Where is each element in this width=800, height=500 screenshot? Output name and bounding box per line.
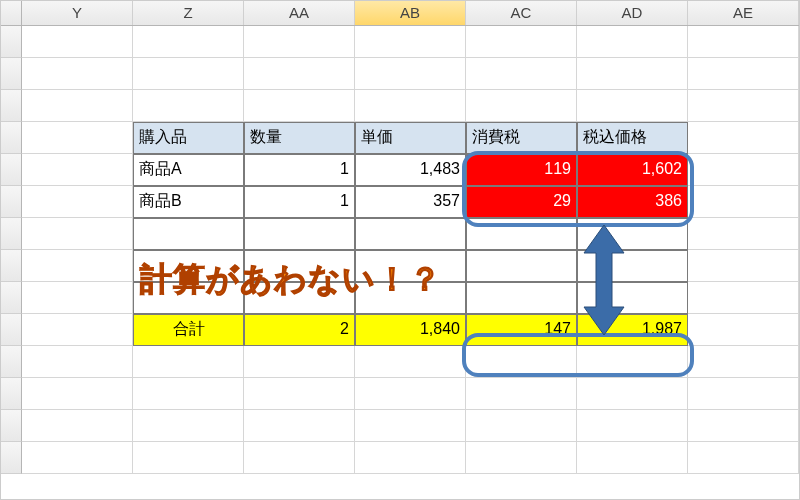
cell-total-label[interactable]: 合計 [133, 314, 244, 346]
col-header-Y[interactable]: Y [22, 0, 133, 25]
spreadsheet-grid[interactable]: 購入品 数量 単価 消費税 税込価格 商品A 1 1,483 119 1,602… [0, 26, 800, 474]
th-unit[interactable]: 単価 [355, 122, 466, 154]
col-header-AA[interactable]: AA [244, 0, 355, 25]
cell-total-qty[interactable]: 2 [244, 314, 355, 346]
th-tax[interactable]: 消費税 [466, 122, 577, 154]
cell-unit[interactable]: 357 [355, 186, 466, 218]
cell-qty[interactable]: 1 [244, 186, 355, 218]
table-row: 商品A 1 1,483 119 1,602 [0, 154, 800, 186]
col-header-Z[interactable]: Z [133, 0, 244, 25]
cell-unit[interactable]: 1,483 [355, 154, 466, 186]
cell-item[interactable]: 商品B [133, 186, 244, 218]
callout-text: 計算があわない！？ [140, 258, 442, 302]
cell-total[interactable]: 1,602 [577, 154, 688, 186]
col-header-AD[interactable]: AD [577, 0, 688, 25]
double-arrow-icon [580, 225, 628, 335]
th-item[interactable]: 購入品 [133, 122, 244, 154]
cell-total[interactable]: 386 [577, 186, 688, 218]
column-header-row: Y Z AA AB AC AD AE [0, 0, 800, 26]
th-total[interactable]: 税込価格 [577, 122, 688, 154]
table-total-row: 合計 2 1,840 147 1,987 [0, 314, 800, 346]
cell-item[interactable]: 商品A [133, 154, 244, 186]
th-qty[interactable]: 数量 [244, 122, 355, 154]
cell-tax[interactable]: 119 [466, 154, 577, 186]
col-header-AE[interactable]: AE [688, 0, 799, 25]
table-header-row: 購入品 数量 単価 消費税 税込価格 [0, 122, 800, 154]
cell-total-tax[interactable]: 147 [466, 314, 577, 346]
cell-tax[interactable]: 29 [466, 186, 577, 218]
col-header-AB[interactable]: AB [355, 0, 466, 25]
svg-marker-0 [584, 225, 624, 335]
table-row: 商品B 1 357 29 386 [0, 186, 800, 218]
corner-gutter [0, 0, 22, 25]
cell-total-unit[interactable]: 1,840 [355, 314, 466, 346]
cell-qty[interactable]: 1 [244, 154, 355, 186]
col-header-AC[interactable]: AC [466, 0, 577, 25]
